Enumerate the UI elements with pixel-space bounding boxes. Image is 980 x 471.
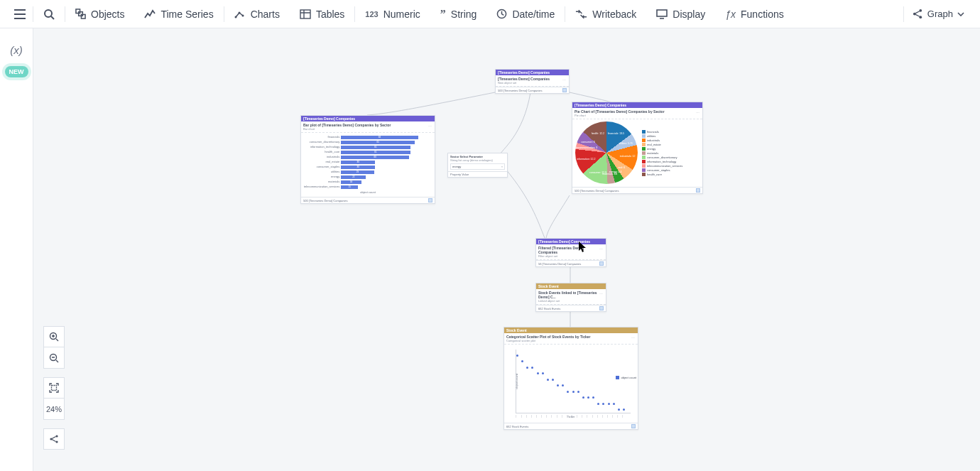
node-sub: Pie chart: [575, 114, 665, 117]
writeback-icon: [575, 9, 587, 19]
bar-chart-plot: financialsconsumer_discretionaryinformat…: [304, 135, 432, 189]
pie-legend: financialsutilitiesindustrialsreal_estat…: [642, 130, 682, 176]
auto-layout-icon: [49, 434, 59, 444]
canvas-controls: 24%: [43, 326, 65, 458]
svg-rect-15: [52, 386, 57, 391]
svg-rect-1: [76, 9, 80, 13]
toolbar-timeseries-label: Time Series: [160, 9, 213, 20]
scatter-legend: object count: [616, 376, 636, 379]
fit-icon: [49, 383, 59, 393]
param-value: energy: [452, 165, 461, 168]
svg-point-0: [45, 10, 52, 17]
pie-plot: financials: 13.5utilities: 5.76industria…: [575, 121, 638, 184]
menu-button[interactable]: [7, 0, 33, 28]
more-icon[interactable]: …: [696, 109, 700, 117]
bar-xaxis-label: object count: [304, 190, 432, 194]
node-parameter[interactable]: Sector Select Parameter String list arra…: [447, 153, 508, 178]
node-footer: 56 [Timeseries Demo] Companies: [538, 262, 581, 266]
svg-rect-2: [79, 12, 83, 16]
scatter-ylabel: object count: [515, 374, 518, 389]
functions-icon: ƒx: [725, 9, 736, 20]
graph-canvas[interactable]: [Timeseries Demo] Companies [Timeseries …: [33, 28, 980, 471]
svg-rect-3: [81, 14, 85, 18]
toolbar-charts-label: Charts: [251, 9, 280, 20]
toolbar: Objects Time Series Charts Tables 123 Nu…: [0, 0, 980, 28]
toolbar-numeric[interactable]: 123 Numeric: [355, 0, 430, 28]
more-icon[interactable]: …: [599, 291, 604, 303]
more-icon[interactable]: …: [599, 246, 604, 258]
param-sub: String list array (demo ontologies): [450, 158, 505, 162]
svg-rect-9: [657, 10, 667, 16]
view-mode-dropdown[interactable]: Graph: [904, 9, 973, 19]
zoom-in-icon: [49, 332, 59, 342]
node-scatter-chart[interactable]: Stock Event Categorical Scatter Plot of …: [503, 327, 638, 430]
toolbar-charts[interactable]: Charts: [224, 0, 290, 28]
numeric-icon: 123: [365, 10, 378, 18]
more-icon[interactable]: …: [428, 123, 432, 131]
timeseries-icon: [144, 9, 156, 19]
node-companies-source[interactable]: [Timeseries Demo] Companies [Timeseries …: [495, 69, 570, 94]
more-icon[interactable]: …: [562, 77, 567, 85]
toolbar-writeback[interactable]: Writeback: [565, 0, 646, 28]
toolbar-timeseries[interactable]: Time Series: [134, 0, 223, 28]
zoom-out-icon: [49, 353, 59, 363]
toolbar-tables-label: Tables: [316, 9, 344, 20]
node-sub: Filter object set: [538, 254, 599, 258]
fit-button[interactable]: [43, 377, 65, 399]
auto-layout-button[interactable]: [43, 428, 65, 450]
toolbar-objects-label: Objects: [91, 9, 124, 20]
node-pie-chart[interactable]: [Timeseries Demo] Companies Pie Chart of…: [572, 102, 703, 194]
zoom-in-button[interactable]: [43, 326, 65, 347]
graph-icon: [913, 9, 923, 19]
toolbar-functions[interactable]: ƒx Functions: [715, 0, 794, 28]
node-hdr-label: Stock Event: [538, 284, 559, 288]
zoom-level[interactable]: 24%: [43, 399, 65, 420]
string-icon: ”: [440, 8, 446, 21]
zoom-out-button[interactable]: [43, 347, 65, 369]
node-hdr-label: [Timeseries Demo] Companies: [575, 103, 626, 107]
display-icon: [656, 9, 668, 19]
toolbar-numeric-label: Numeric: [383, 9, 420, 20]
node-sub: Categorical scatter plot: [506, 339, 591, 342]
more-icon[interactable]: …: [631, 335, 636, 342]
node-hdr-label: [Timeseries Demo] Companies: [498, 70, 550, 75]
node-hdr-label: Stock Event: [506, 328, 527, 332]
fx-icon[interactable]: (x): [10, 44, 23, 56]
toolbar-datetime[interactable]: Date/time: [486, 0, 565, 28]
toolbar-string[interactable]: ” String: [430, 0, 487, 28]
node-sub: New object set: [498, 81, 550, 85]
new-badge[interactable]: NEW: [5, 66, 28, 77]
toolbar-display-label: Display: [673, 9, 705, 20]
node-footer: 500 [Timeseries Demo] Companies: [575, 189, 619, 193]
toolbar-datetime-label: Date/time: [512, 9, 555, 20]
search-icon: [43, 9, 55, 20]
node-footer: 500 [Timeseries Demo] Companies: [498, 89, 543, 92]
toolbar-functions-label: Functions: [741, 9, 784, 20]
node-title: Bar plot of [Timeseries Demo] Companies …: [303, 123, 391, 127]
scatter-plot: object count ||||||||||||||||||||||: [516, 350, 631, 413]
toolbar-tables[interactable]: Tables: [290, 0, 354, 28]
toolbar-string-label: String: [451, 9, 477, 20]
chevron-down-icon: [957, 12, 964, 16]
svg-rect-7: [300, 10, 310, 18]
charts-icon: [234, 9, 246, 19]
hamburger-icon: [14, 9, 26, 19]
node-filtered-companies[interactable]: [Timeseries Demo] Companies Filtered [Ti…: [535, 238, 606, 267]
param-input[interactable]: energy ×: [450, 163, 505, 170]
param-footer: Property Value: [448, 171, 507, 177]
node-sub: Linked object set: [538, 299, 599, 303]
objects-icon: [75, 9, 86, 19]
toolbar-display[interactable]: Display: [646, 0, 715, 28]
view-mode-label: Graph: [927, 9, 953, 19]
node-title: Stock Events linked to [Timeseries Demo]…: [538, 291, 597, 299]
node-linked-stock-events[interactable]: Stock Event Stock Events linked to [Time…: [535, 283, 606, 312]
node-footer: 662 Stock Events: [506, 425, 528, 428]
close-icon[interactable]: ×: [501, 165, 503, 168]
toolbar-writeback-label: Writeback: [592, 9, 636, 20]
node-footer: 500 [Timeseries Demo] Companies: [303, 199, 348, 202]
toolbar-objects[interactable]: Objects: [65, 0, 134, 28]
zoom-level-text: 24%: [46, 405, 62, 413]
node-bar-chart[interactable]: [Timeseries Demo] Companies Bar plot of …: [300, 115, 435, 204]
search-button[interactable]: [33, 0, 65, 28]
node-title: Pie Chart of [Timeseries Demo] Companies…: [575, 109, 665, 114]
